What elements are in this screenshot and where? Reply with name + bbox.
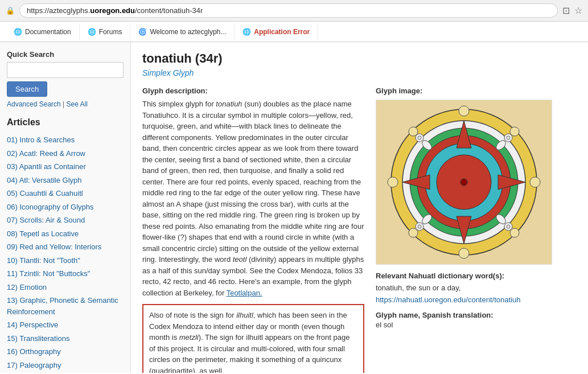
tab-forums[interactable]: 🌐 Forums [80, 23, 131, 40]
tab-app-error[interactable]: 🌐 Application Error [235, 23, 318, 40]
search-links: Advanced Search | See All [7, 100, 124, 108]
article-list: 01) Intro & Searches 02) Acatl: Reed & A… [7, 133, 124, 373]
article-link[interactable]: 05) Cuauhtli & Cuahuitl [7, 189, 83, 198]
svg-point-4 [388, 177, 398, 187]
svg-point-8 [409, 228, 418, 237]
address-bar[interactable]: https://aztecglyphs.uoregon.edu/content/… [19, 3, 558, 18]
aztec-icon: 🌀 [138, 28, 147, 36]
list-item: 03) Apantli as Container [7, 160, 124, 174]
article-link[interactable]: 10) Tlantli: Not "Tooth" [7, 256, 80, 265]
article-link[interactable]: 08) Tepetl as Locative [7, 229, 79, 238]
tab-label: Documentation [25, 28, 71, 36]
glyph-title: tonatiuh (34r) [142, 51, 577, 66]
article-link[interactable]: 07) Scrolls: Air & Sound [7, 216, 85, 224]
list-item: 12) Emotion [7, 281, 124, 294]
sidebar: Quick Search Search Advanced Search | Se… [0, 42, 131, 373]
tab-bar: 🌐 Documentation 🌐 Forums 🌀 Welcome to az… [0, 22, 588, 42]
advanced-search-link[interactable]: Advanced Search [7, 100, 61, 108]
svg-point-3 [459, 248, 469, 258]
search-input[interactable] [7, 62, 124, 78]
list-item: 09) Red and Yellow: Interiors [7, 240, 124, 254]
svg-point-23 [418, 136, 421, 139]
search-button[interactable]: Search [7, 81, 47, 97]
glyph-description-heading: Glyph description: [142, 87, 364, 95]
article-link[interactable]: 09) Red and Yellow: Interiors [7, 243, 101, 251]
glyph-svg [387, 105, 541, 259]
article-link[interactable]: 14) Perspective [7, 320, 58, 329]
svg-point-20 [507, 136, 510, 139]
dictionary-link[interactable]: https://nahuatl.uoregon.edu/content/tona… [376, 295, 520, 304]
search-form: Search [7, 62, 124, 97]
list-item: 14) Perspective [7, 318, 124, 332]
quick-search-label: Quick Search [7, 50, 124, 59]
tab-welcome[interactable]: 🌀 Welcome to aztecglyph... [130, 23, 235, 40]
list-item: 04) Atl: Versatile Glyph [7, 174, 124, 187]
article-link[interactable]: 17) Paleography [7, 361, 61, 369]
see-all-link[interactable]: See All [67, 100, 88, 108]
svg-point-29 [418, 225, 421, 228]
list-item: 17) Paleography [7, 359, 124, 372]
security-icon: 🔒 [6, 6, 15, 15]
svg-point-2 [530, 177, 540, 187]
glyph-image-container [376, 100, 552, 265]
tab-label: Welcome to aztecglyph... [150, 28, 226, 36]
tab-icon: ⊡ [562, 5, 570, 16]
article-link[interactable]: 01) Intro & Searches [7, 135, 75, 144]
glyph-image-heading: Glyph image: [376, 87, 564, 95]
list-item: 13) Graphic, Phonetic & Semantic Reinfor… [7, 294, 124, 318]
list-item: 08) Tepetl as Locative [7, 227, 124, 241]
content-area: Glyph description: This simplex glyph fo… [142, 87, 577, 373]
article-link[interactable]: 04) Atl: Versatile Glyph [7, 176, 82, 184]
description-column: Glyph description: This simplex glyph fo… [142, 87, 364, 373]
list-item: 01) Intro & Searches [7, 133, 124, 147]
list-item: 15) Transliterations [7, 332, 124, 346]
list-item: 05) Cuauhtli & Cuahuitl [7, 187, 124, 200]
article-link[interactable]: 11) Tzintli: Not "Buttocks" [7, 269, 90, 278]
article-link[interactable]: 12) Emotion [7, 283, 47, 291]
glyph-description-text: This simplex glyph for tonatiuh (sun) do… [142, 98, 364, 298]
relevant-text: tonatiuh, the sun or a day, https://nahu… [376, 282, 564, 306]
page-layout: Quick Search Search Advanced Search | Se… [0, 42, 588, 373]
tab-label: Forums [99, 28, 122, 36]
svg-point-1 [459, 106, 469, 116]
teotlalpan-link[interactable]: Teotlalpan. [227, 289, 262, 297]
browser-chrome: 🔒 https://aztecglyphs.uoregon.edu/conten… [0, 0, 588, 22]
highlight-box: Also of note is the sign for ilhuitl, wh… [142, 304, 364, 373]
main-content: tonatiuh (34r) Simplex Glyph Glyph descr… [131, 42, 588, 373]
list-item: 18) Bibliography [7, 372, 124, 373]
tab-label: Application Error [254, 28, 310, 36]
image-column: Glyph image: [376, 87, 564, 373]
tab-documentation[interactable]: 🌐 Documentation [6, 23, 80, 40]
globe-icon: 🌐 [14, 28, 22, 36]
article-link[interactable]: 16) Orthography [7, 347, 61, 356]
svg-point-7 [510, 228, 519, 237]
glyph-type: Simplex Glyph [142, 68, 577, 77]
list-item: 10) Tlantli: Not "Tooth" [7, 254, 124, 268]
url-text: https://aztecglyphs.uoregon.edu/content/… [27, 6, 203, 15]
svg-point-30 [460, 179, 467, 186]
glyph-name-heading: Glyph name, Spanish translation: [376, 311, 564, 319]
svg-point-5 [409, 127, 418, 136]
list-item: 06) Iconography of Glyphs [7, 200, 124, 214]
list-item: 02) Acatl: Reed & Arrow [7, 147, 124, 161]
article-link[interactable]: 03) Apantli as Container [7, 162, 86, 171]
relevant-heading: Relevant Nahuatl dictionary word(s): [376, 272, 564, 280]
article-link[interactable]: 15) Transliterations [7, 334, 70, 343]
article-link[interactable]: 06) Iconography of Glyphs [7, 203, 93, 211]
list-item: 11) Tzintli: Not "Buttocks" [7, 267, 124, 281]
articles-heading: Articles [7, 117, 124, 128]
bookmark-icon[interactable]: ☆ [574, 5, 582, 16]
article-link[interactable]: 02) Acatl: Reed & Arrow [7, 149, 85, 158]
glyph-name-text: el sol [376, 320, 564, 329]
globe-icon: 🌐 [242, 28, 251, 36]
list-item: 07) Scrolls: Air & Sound [7, 213, 124, 227]
svg-point-6 [510, 127, 519, 136]
article-link[interactable]: 13) Graphic, Phonetic & Semantic Reinfor… [7, 296, 118, 316]
svg-point-26 [507, 225, 510, 228]
list-item: 16) Orthography [7, 345, 124, 359]
globe-icon: 🌐 [88, 28, 96, 36]
